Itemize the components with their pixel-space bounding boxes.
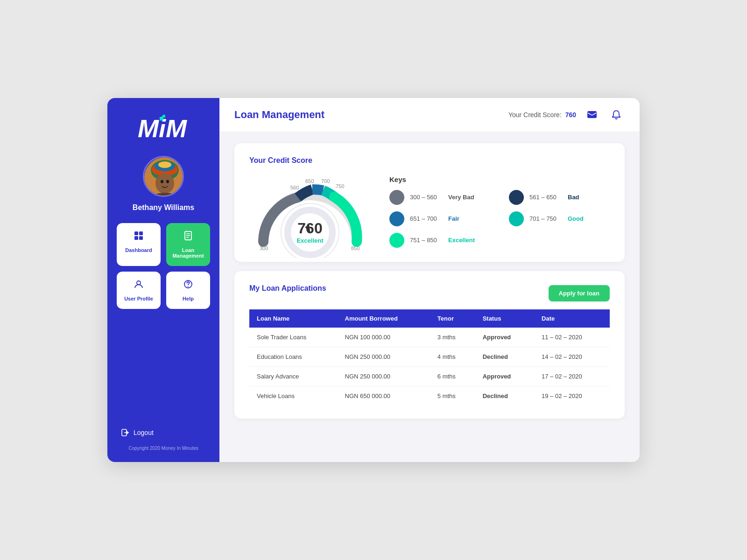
svg-point-7 xyxy=(158,161,171,168)
cell-status: Approved xyxy=(475,367,534,386)
content-area: Your Credit Score xyxy=(219,132,640,430)
svg-text:300: 300 xyxy=(260,245,268,251)
credit-score-card: Your Credit Score xyxy=(234,143,625,262)
svg-text:700: 700 xyxy=(321,178,330,184)
cell-amount: NGN 100 000.00 xyxy=(338,328,430,347)
keys-section: Keys 300 – 560 Very Bad 561 – 650 Bad xyxy=(389,175,610,248)
user-profile-icon xyxy=(134,279,144,292)
loan-table-body: Sole Trader Loans NGN 100 000.00 3 mths … xyxy=(249,328,610,406)
header-right: Your Credit Score: 760 xyxy=(508,106,625,123)
logout-label: Logout xyxy=(134,429,154,436)
key-range-4: 751 – 850 xyxy=(410,237,443,244)
key-desc-2: Fair xyxy=(448,215,459,222)
key-desc-4: Excellent xyxy=(448,237,475,244)
nav-grid: Dashboard Loan Management xyxy=(117,223,210,309)
loan-applications-header: My Loan Applications Apply for loan xyxy=(249,284,610,302)
col-amount: Amount Borrowed xyxy=(338,309,430,328)
cell-amount: NGN 650 000.00 xyxy=(338,386,430,406)
user-profile-label: User Profile xyxy=(124,296,153,301)
table-row: Vehicle Loans NGN 650 000.00 5 mths Decl… xyxy=(249,386,610,406)
help-label: Help xyxy=(183,296,194,301)
cell-date: 19 – 02 – 2020 xyxy=(534,386,610,406)
nav-item-dashboard[interactable]: Dashboard xyxy=(117,223,161,266)
svg-text:650: 650 xyxy=(305,178,314,184)
key-dot-0 xyxy=(389,190,404,205)
logout-button[interactable]: Logout xyxy=(117,424,210,441)
cell-loan-name: Vehicle Loans xyxy=(249,386,338,406)
svg-rect-13 xyxy=(139,231,143,235)
svg-point-9 xyxy=(161,180,163,183)
nav-item-loan-management[interactable]: Loan Management xyxy=(166,223,210,266)
svg-text:750: 750 xyxy=(336,183,344,189)
cell-status: Approved xyxy=(475,328,534,347)
svg-rect-15 xyxy=(139,236,143,240)
logo-icon: MiM xyxy=(135,113,191,141)
help-icon xyxy=(183,279,193,292)
col-tenor: Tenor xyxy=(430,309,475,328)
key-dot-2 xyxy=(389,211,404,226)
cell-loan-name: Salary Advance xyxy=(249,367,338,386)
credit-score-label: Your Credit Score: 760 xyxy=(508,111,576,119)
cell-status: Declined xyxy=(475,386,534,406)
cell-tenor: 4 mths xyxy=(430,347,475,367)
loan-table-header: Loan Name Amount Borrowed Tenor Status D… xyxy=(249,309,610,328)
copyright: Copyright 2020 Money In Minutes xyxy=(117,446,210,451)
table-row: Salary Advance NGN 250 000.00 6 mths App… xyxy=(249,367,610,386)
nav-item-user-profile[interactable]: User Profile xyxy=(117,272,161,309)
loan-table-header-row: Loan Name Amount Borrowed Tenor Status D… xyxy=(249,309,610,328)
cell-loan-name: Education Loans xyxy=(249,347,338,367)
keys-title: Keys xyxy=(389,175,610,183)
svg-point-22 xyxy=(188,286,189,287)
dashboard-icon xyxy=(134,231,144,244)
key-desc-3: Good xyxy=(568,215,584,222)
cell-amount: NGN 250 000.00 xyxy=(338,347,430,367)
nav-item-help[interactable]: Help xyxy=(166,272,210,309)
dashboard-label: Dashboard xyxy=(125,247,152,253)
key-item-0: 300 – 560 Very Bad xyxy=(389,190,490,205)
cell-tenor: 6 mths xyxy=(430,367,475,386)
key-item-2: 651 – 700 Fair xyxy=(389,211,490,226)
key-range-0: 300 – 560 xyxy=(410,194,443,201)
table-row: Sole Trader Loans NGN 100 000.00 3 mths … xyxy=(249,328,610,347)
logout-icon xyxy=(120,428,130,437)
key-dot-1 xyxy=(509,190,524,205)
messages-icon xyxy=(586,109,598,120)
svg-rect-25 xyxy=(588,112,596,118)
key-range-1: 561 – 650 xyxy=(529,194,562,201)
svg-rect-14 xyxy=(134,236,138,240)
main-content: Loan Management Your Credit Score: 760 xyxy=(219,98,640,462)
svg-point-10 xyxy=(166,180,169,183)
loan-management-label: Loan Management xyxy=(170,247,206,259)
notifications-button[interactable] xyxy=(608,106,625,123)
bell-icon xyxy=(611,109,622,120)
svg-point-8 xyxy=(155,173,174,194)
cell-amount: NGN 250 000.00 xyxy=(338,367,430,386)
cell-date: 17 – 02 – 2020 xyxy=(534,367,610,386)
col-loan-name: Loan Name xyxy=(249,309,338,328)
col-date: Date xyxy=(534,309,610,328)
user-name: Bethany Williams xyxy=(133,203,194,212)
cell-loan-name: Sole Trader Loans xyxy=(249,328,338,347)
keys-grid: 300 – 560 Very Bad 561 – 650 Bad 651 – 7… xyxy=(389,190,610,248)
loan-applications-card: My Loan Applications Apply for loan Loan… xyxy=(234,271,625,419)
svg-text:850: 850 xyxy=(351,245,359,251)
loan-management-icon xyxy=(183,231,193,244)
gauge-score-label: Excellent xyxy=(296,237,323,244)
key-dot-4 xyxy=(389,233,404,248)
table-row: Education Loans NGN 250 000.00 4 mths De… xyxy=(249,347,610,367)
cell-tenor: 5 mths xyxy=(430,386,475,406)
credit-score-value: 760 xyxy=(565,111,576,119)
key-dot-3 xyxy=(509,211,524,226)
cell-status: Declined xyxy=(475,347,534,367)
apply-for-loan-button[interactable]: Apply for loan xyxy=(549,285,610,301)
gauge-wrap: 300 560 650 700 750 850 760 Excellent xyxy=(249,174,371,249)
col-status: Status xyxy=(475,309,534,328)
messages-button[interactable] xyxy=(584,106,600,123)
key-desc-1: Bad xyxy=(568,194,579,201)
svg-point-20 xyxy=(137,281,141,285)
key-item-3: 701 – 750 Good xyxy=(509,211,610,226)
svg-rect-2 xyxy=(162,115,166,118)
sidebar: MiM B xyxy=(107,98,219,462)
app-container: MiM B xyxy=(107,98,640,462)
gauge-score: 760 xyxy=(296,220,323,237)
